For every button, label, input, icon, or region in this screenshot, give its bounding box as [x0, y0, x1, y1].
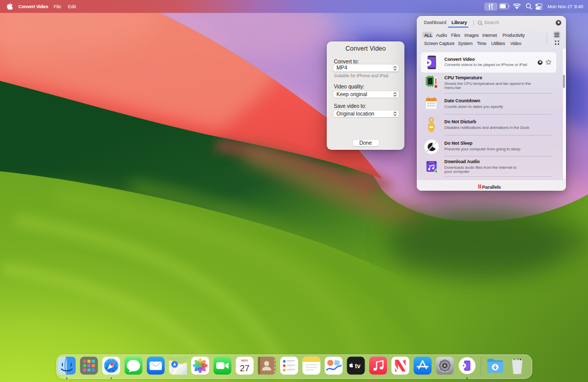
- svg-text:tv: tv: [355, 363, 360, 370]
- svg-text:NOV: NOV: [241, 359, 248, 362]
- svg-text:Parallels: Parallels: [482, 184, 501, 189]
- svg-text:27: 27: [240, 364, 250, 373]
